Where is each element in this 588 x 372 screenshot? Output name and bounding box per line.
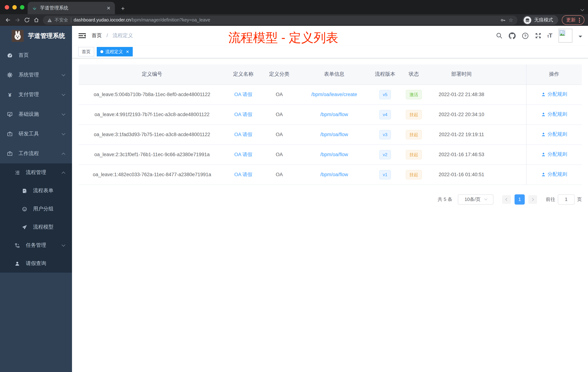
form-link[interactable]: /bpm/oa/leave/create: [311, 92, 357, 97]
assign-rule-button[interactable]: 分配规则: [541, 91, 567, 98]
breadcrumb-home[interactable]: 首页: [92, 33, 102, 38]
sidebar-item-label: 系统管理: [19, 72, 62, 78]
home-button[interactable]: [32, 17, 41, 23]
page-content: 定义编号 定义名称 定义分类 表单信息 流程版本 状态 部署时间 操作: [72, 58, 588, 204]
status-badge: 挂起: [406, 110, 422, 119]
person-icon: [541, 112, 546, 117]
person-icon: [541, 132, 546, 137]
workflow-submenu: 流程管理 流程表单 用户分组: [0, 164, 72, 273]
definition-name-link[interactable]: OA 请假: [234, 152, 252, 157]
new-tab-button[interactable]: +: [121, 5, 125, 12]
incognito-badge: 无痕模式: [523, 15, 558, 25]
help-icon[interactable]: ?: [522, 32, 529, 39]
browser-tab-strip: 芋道管理系统 ✕ +: [0, 0, 588, 14]
update-label[interactable]: 更新: [566, 17, 576, 23]
next-page-button[interactable]: [528, 195, 537, 204]
tab-search-chevron-icon[interactable]: [581, 5, 584, 12]
assign-rule-button[interactable]: 分配规则: [541, 111, 567, 118]
github-icon[interactable]: [509, 32, 515, 39]
incognito-icon: [524, 16, 531, 24]
sidebar-toggle-icon[interactable]: [79, 32, 86, 39]
browser-menu-icon[interactable]: [579, 18, 580, 22]
table-row: oa_leave:1:482ec033-762a-11ec-8477-a2380…: [79, 164, 582, 185]
definition-name-link[interactable]: OA 请假: [234, 172, 252, 177]
forward-button[interactable]: [13, 17, 22, 23]
assign-rule-button[interactable]: 分配规则: [541, 151, 567, 158]
minimize-window-button[interactable]: [12, 5, 17, 10]
cell-deploy-time: 2022-01-16 17:46:53: [428, 144, 494, 164]
app-logo[interactable]: 芋道管理系统: [0, 26, 72, 45]
column-header: 流程版本: [371, 65, 399, 85]
definition-name-link[interactable]: OA 请假: [234, 131, 252, 137]
cell-deploy-time: 2022-01-22 19:19:11: [428, 124, 494, 144]
breadcrumb-separator: /: [106, 33, 108, 38]
close-window-button[interactable]: [5, 5, 9, 10]
tag-label: 首页: [82, 49, 91, 55]
sidebar-item-user-group[interactable]: 用户分组: [0, 200, 72, 218]
prev-page-button[interactable]: [502, 195, 511, 204]
tab-title: 芋道管理系统: [40, 5, 68, 11]
active-tag-dot: [100, 50, 103, 53]
sidebar-item-workflow[interactable]: 工作流程: [0, 144, 72, 164]
page-number-1[interactable]: 1: [514, 194, 525, 204]
form-edit-icon: [21, 188, 28, 194]
sidebar-item-process-mgmt[interactable]: 流程管理: [0, 164, 72, 182]
definition-name-link[interactable]: OA 请假: [234, 92, 252, 97]
maximize-window-button[interactable]: [20, 5, 24, 10]
assign-rule-button[interactable]: 分配规则: [541, 131, 567, 138]
sidebar-item-label: 基础设施: [19, 111, 62, 118]
tag-close-icon[interactable]: ✕: [126, 49, 129, 54]
sidebar-item-system[interactable]: 系统管理: [0, 65, 72, 85]
browser-tab[interactable]: 芋道管理系统 ✕: [28, 2, 115, 14]
font-size-icon[interactable]: tT: [547, 33, 552, 39]
breadcrumb-current: 流程定义: [113, 33, 133, 38]
form-link[interactable]: /bpm/oa/flow: [320, 172, 348, 177]
security-warning-icon[interactable]: [47, 18, 52, 22]
goto-page-input[interactable]: [558, 194, 575, 204]
form-link[interactable]: /bpm/oa/flow: [320, 112, 348, 117]
sidebar-item-devtools[interactable]: 研发工具: [0, 124, 72, 144]
chevron-down-icon: [62, 112, 65, 115]
sidebar-item-label: 流程模型: [33, 224, 65, 230]
password-key-icon[interactable]: [501, 17, 506, 23]
cell-deploy-time: 2022-01-16 01:40:51: [428, 164, 494, 185]
definition-name-link[interactable]: OA 请假: [234, 111, 252, 117]
broken-image-icon: [559, 30, 566, 36]
tab-close-icon[interactable]: ✕: [106, 5, 111, 11]
svg-text:?: ?: [524, 33, 526, 38]
avatar[interactable]: [558, 29, 572, 43]
search-icon[interactable]: [496, 33, 502, 39]
browser-update-button[interactable]: 更新: [562, 15, 584, 25]
back-button[interactable]: [4, 17, 12, 23]
page-size-select[interactable]: 10条/页: [458, 194, 494, 204]
security-label[interactable]: 不安全: [54, 17, 68, 23]
incognito-label: 无痕模式: [534, 17, 553, 23]
chevron-down-icon: [484, 197, 487, 200]
tag-process-definition[interactable]: 流程定义 ✕: [97, 47, 133, 56]
sidebar-item-home[interactable]: 首页: [0, 45, 72, 65]
sidebar-item-infra[interactable]: 基础设施: [0, 104, 72, 124]
version-badge: v1: [379, 170, 391, 179]
monitor-check-icon: [7, 111, 13, 117]
assign-rule-button[interactable]: 分配规则: [541, 171, 567, 178]
bookmark-star-icon[interactable]: ☆: [509, 17, 513, 22]
sidebar-item-process-model[interactable]: 流程模型: [0, 218, 72, 236]
form-link[interactable]: /bpm/oa/flow: [320, 132, 348, 137]
sidebar-item-task-mgmt[interactable]: 任务管理: [0, 236, 72, 254]
sidebar-item-payment[interactable]: ¥ 支付管理: [0, 85, 72, 104]
form-link[interactable]: /bpm/oa/flow: [320, 152, 348, 157]
url-text[interactable]: dashboard.yudao.iocoder.cn/bpm/manager/d…: [74, 17, 498, 22]
reload-button[interactable]: [22, 17, 31, 23]
total-count: 共 5 条: [438, 196, 452, 203]
tag-home[interactable]: 首页: [78, 47, 94, 56]
cell-deploy-time: 2022-01-22 21:48:38: [428, 85, 494, 104]
column-header: 状态: [399, 65, 428, 85]
fullscreen-icon[interactable]: [535, 33, 541, 39]
avatar-caret-icon[interactable]: [578, 36, 582, 39]
address-bar[interactable]: 不安全 dashboard.yudao.iocoder.cn/bpm/manag…: [43, 15, 517, 25]
sidebar-item-leave-query[interactable]: 请假查询: [0, 254, 72, 273]
cell-definition-id: oa_leave:5:004b710b-7b8a-11ec-8ef0-acde4…: [79, 85, 225, 104]
person-icon: [541, 152, 546, 157]
sidebar-item-process-form[interactable]: 流程表单: [0, 182, 72, 200]
tags-view: 首页 流程定义 ✕: [72, 45, 588, 58]
